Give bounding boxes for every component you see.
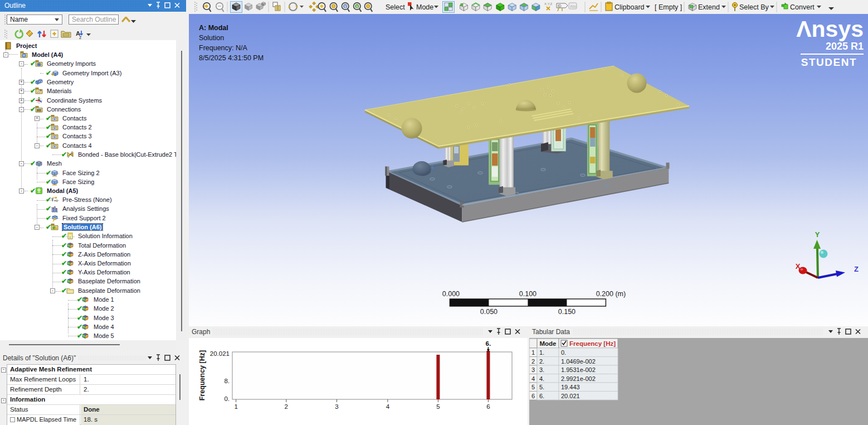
svg-text:Frequency [Hz]: Frequency [Hz] (198, 350, 206, 400)
svg-text:5: 5 (531, 384, 535, 390)
svg-text:Mode: Mode (539, 340, 556, 347)
svg-text:z: z (79, 35, 82, 40)
svg-text:2.9921e-002: 2.9921e-002 (561, 375, 596, 382)
svg-text:0.000: 0.000 (442, 290, 460, 298)
svg-text:0.100: 0.100 (519, 290, 537, 298)
svg-text:Select: Select (386, 3, 405, 11)
svg-text:5.: 5. (539, 384, 544, 390)
svg-text:Abc: Abc (570, 4, 577, 8)
svg-text:Select By: Select By (739, 3, 769, 11)
svg-text:0.200 (m): 0.200 (m) (596, 290, 626, 298)
svg-text:4: 4 (531, 375, 535, 382)
svg-text:0.150: 0.150 (558, 308, 576, 316)
svg-text:1.: 1. (539, 349, 544, 356)
svg-text:1.9531e-002: 1.9531e-002 (561, 366, 596, 373)
svg-text:X: X (796, 262, 801, 271)
svg-text:1.0469e-002: 1.0469e-002 (561, 358, 596, 365)
svg-text:1: 1 (234, 403, 237, 410)
svg-text:3.: 3. (539, 366, 544, 373)
svg-text:2: 2 (531, 358, 535, 365)
svg-text:i: i (70, 235, 71, 239)
svg-text:4: 4 (386, 403, 390, 410)
svg-text:Convert: Convert (790, 3, 815, 11)
svg-text:4.: 4. (539, 375, 544, 382)
svg-text:8.: 8. (224, 378, 230, 384)
svg-text:Clipboard: Clipboard (615, 3, 645, 11)
svg-text:Z: Z (854, 265, 859, 273)
svg-text:X,Y,Z: X,Y,Z (544, 2, 553, 6)
svg-text:V: V (356, 4, 359, 8)
svg-text:0.: 0. (224, 395, 230, 402)
svg-text:=0: =0 (54, 199, 58, 202)
svg-text:6.: 6. (486, 340, 491, 347)
svg-text:Mode: Mode (416, 3, 433, 11)
svg-text:20.021: 20.021 (210, 350, 230, 357)
svg-text:Y: Y (815, 230, 820, 239)
svg-text:2.: 2. (539, 358, 544, 365)
svg-text:[ Empty ]: [ Empty ] (655, 3, 682, 11)
svg-text:3: 3 (531, 366, 535, 373)
svg-text:0.050: 0.050 (480, 308, 498, 316)
svg-text:6: 6 (531, 393, 535, 399)
svg-text:19.443: 19.443 (561, 384, 580, 390)
svg-text:3: 3 (335, 403, 338, 410)
svg-text:6: 6 (486, 403, 490, 410)
svg-text:2: 2 (285, 403, 288, 410)
svg-text:Extend: Extend (698, 3, 720, 11)
svg-text:0.: 0. (561, 349, 566, 356)
svg-text:ID: ID (558, 4, 562, 8)
svg-text:Frequency [Hz]: Frequency [Hz] (569, 340, 616, 347)
svg-text:1: 1 (531, 349, 535, 356)
svg-text:5: 5 (436, 403, 440, 410)
svg-text:6.: 6. (539, 393, 544, 399)
svg-text:20.021: 20.021 (561, 393, 580, 399)
svg-text:V: V (344, 4, 347, 8)
